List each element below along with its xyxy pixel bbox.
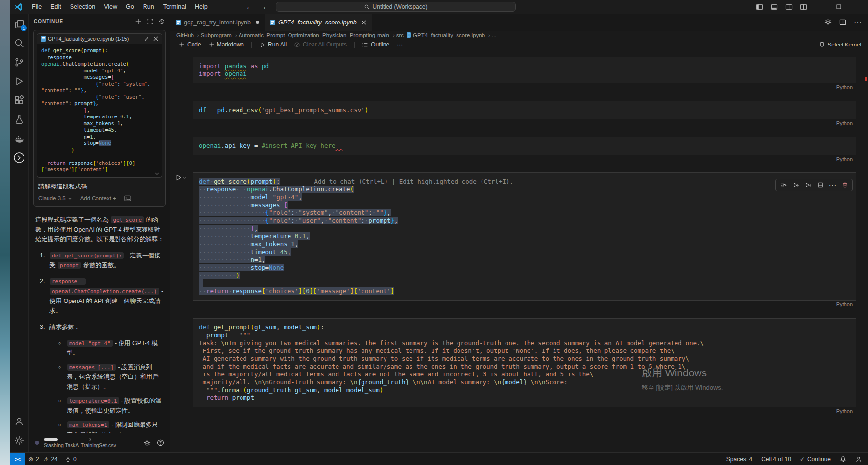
toggle-sidebar-icon[interactable]	[756, 3, 763, 11]
cell-language-picker[interactable]: Python	[836, 120, 853, 126]
tab-gcp-rag-try-intent[interactable]: gcp_rag_try_intent.ipynb	[170, 14, 265, 31]
nav-back-icon[interactable]: ←	[246, 3, 253, 11]
toggle-panel-icon[interactable]	[771, 3, 778, 11]
close-button[interactable]	[848, 0, 868, 14]
menu-item[interactable]: Go	[121, 0, 139, 14]
delete-cell-icon[interactable]	[839, 180, 851, 190]
indentation-status[interactable]: Spaces: 4	[726, 456, 752, 463]
notebook-cell[interactable]: df = pd.read_csv('gpt_best_prompts_summs…	[193, 101, 856, 127]
tab-label: gcp_rag_try_intent.ipynb	[184, 19, 251, 26]
menu-item[interactable]: View	[99, 0, 121, 14]
split-cell-icon[interactable]	[814, 180, 826, 190]
execute-above-icon[interactable]	[777, 180, 790, 190]
accounts-icon[interactable]	[13, 416, 25, 427]
run-above-cells-icon[interactable]	[790, 180, 802, 190]
problems-indicator[interactable]: ⊗2 ⚠24	[25, 453, 61, 465]
extensions-icon[interactable]	[13, 94, 25, 106]
user-prompt-text: 請解釋這段程式碼	[38, 183, 161, 191]
breadcrumb-item[interactable]: src	[396, 32, 404, 38]
customize-layout-icon[interactable]	[800, 3, 807, 11]
notifications-bell-icon[interactable]	[840, 456, 846, 463]
error-icon: ⊗	[28, 456, 33, 463]
model-selector[interactable]: Claude 3.5	[38, 195, 72, 201]
notebook-cell[interactable]: def get_prompt(gt_sum, model_sum): promp…	[193, 318, 856, 415]
command-center[interactable]: Untitled (Workspace)	[276, 2, 516, 12]
select-kernel-button[interactable]: Select Kernel	[819, 42, 868, 48]
edit-pencil-icon[interactable]	[144, 36, 149, 42]
activity-bar: 1	[10, 14, 28, 452]
cell-code[interactable]: def·get_score(prompt):Add to chat (Ctrl+…	[199, 178, 856, 295]
more-actions-icon[interactable]: ···	[854, 18, 862, 27]
user-message-block[interactable]: GPT4_factuality_score.ipynb (1-15) def g…	[33, 30, 166, 207]
breadcrumb-item[interactable]: Automatic_Prompt_Optimization_Physician_…	[239, 32, 395, 38]
continue-status[interactable]: ✓Continue	[800, 456, 831, 463]
attach-image-icon[interactable]	[124, 195, 131, 202]
settings-gear-icon[interactable]	[13, 435, 25, 446]
history-icon[interactable]	[158, 18, 165, 25]
help-icon[interactable]	[157, 439, 164, 446]
breadcrumb-more[interactable]: ...	[492, 32, 497, 38]
code-card-content: def get_score(prompt): response = openai…	[37, 44, 162, 177]
close-icon[interactable]	[362, 20, 366, 25]
testing-icon[interactable]	[13, 114, 25, 125]
close-icon[interactable]	[153, 36, 158, 41]
clear-all-outputs-button[interactable]: Clear All Outputs	[294, 41, 347, 48]
cell-language-picker[interactable]: Python	[836, 302, 853, 307]
menu-item[interactable]: Run	[139, 0, 159, 14]
scrollbar-error-marker	[865, 77, 867, 81]
settings-gear-icon[interactable]	[144, 439, 151, 446]
toolbar-more-icon[interactable]: ···	[397, 41, 403, 48]
ports-indicator[interactable]: 0	[61, 453, 80, 465]
feedback-person-icon[interactable]	[855, 456, 862, 463]
code-context-card[interactable]: GPT4_factuality_score.ipynb (1-15) def g…	[37, 33, 162, 178]
clear-icon	[294, 42, 300, 48]
run-debug-icon[interactable]	[13, 75, 25, 87]
menu-item[interactable]: Edit	[46, 0, 66, 14]
menu-item[interactable]: Help	[191, 0, 212, 14]
notebook-cell-selected[interactable]: ··· def·get_score(prompt):Add to chat (C…	[193, 172, 856, 308]
cell-language-picker[interactable]: Python	[836, 408, 853, 414]
explorer-icon[interactable]: 1	[13, 18, 25, 30]
search-view-icon[interactable]	[13, 37, 25, 49]
notebook-cell[interactable]: import pandas as pdimport openai Python	[193, 57, 856, 91]
menu-item[interactable]: File	[27, 0, 46, 14]
add-markdown-cell-button[interactable]: Markdown	[209, 41, 244, 48]
breadcrumb-file[interactable]: GPT4_factuality_score.ipynb	[407, 32, 490, 38]
run-below-cells-icon[interactable]	[802, 180, 814, 190]
settings-gear-icon[interactable]	[824, 19, 832, 26]
cell-position-status[interactable]: Cell 4 of 10	[761, 456, 791, 463]
chevron-down-icon[interactable]	[154, 171, 160, 176]
modified-dot-icon[interactable]	[256, 21, 259, 24]
add-code-cell-button[interactable]: Code	[179, 41, 201, 48]
menu-item[interactable]: Selection	[66, 0, 99, 14]
cell-language-picker[interactable]: Python	[836, 156, 853, 162]
run-cell-button[interactable]	[175, 174, 187, 181]
cell-more-actions-icon[interactable]: ···	[826, 180, 839, 190]
maximize-button[interactable]	[829, 0, 848, 14]
split-editor-icon[interactable]	[839, 19, 846, 26]
chevron-down-icon[interactable]	[183, 176, 187, 180]
minimize-button[interactable]	[809, 0, 829, 14]
breadcrumb-item[interactable]: Subprogram	[201, 32, 237, 38]
continue-extension-icon[interactable]	[13, 152, 25, 163]
cell-code[interactable]: df = pd.read_csv('gpt_best_prompts_summs…	[199, 106, 856, 114]
remote-indicator[interactable]: ><	[10, 453, 25, 465]
add-context-button[interactable]: Add Context +	[80, 195, 116, 201]
menu-item[interactable]: Terminal	[159, 0, 191, 14]
tab-gpt4-factuality-score[interactable]: GPT4_factuality_score.ipynb	[265, 14, 372, 31]
run-all-button[interactable]: Run All	[259, 41, 287, 48]
outline-button[interactable]: Outline	[362, 41, 389, 48]
breadcrumb-item[interactable]: GitHub	[176, 32, 199, 38]
source-control-icon[interactable]	[13, 56, 25, 68]
toggle-secondary-sidebar-icon[interactable]	[785, 3, 793, 11]
notebook-cell[interactable]: openai.api_key = #insert API key here Py…	[193, 137, 856, 163]
cell-code[interactable]: def get_prompt(gt_sum, model_sum): promp…	[199, 324, 856, 402]
new-session-icon[interactable]	[135, 18, 142, 25]
nav-forward-icon[interactable]: →	[260, 3, 266, 11]
cell-language-picker[interactable]: Python	[836, 84, 853, 90]
cell-code[interactable]: openai.api_key = #insert API key here	[199, 142, 856, 150]
chevron-down-icon	[68, 196, 72, 201]
cell-code[interactable]: import pandas as pdimport openai	[199, 62, 856, 78]
docker-icon[interactable]	[13, 133, 25, 144]
fullscreen-icon[interactable]	[146, 18, 153, 25]
